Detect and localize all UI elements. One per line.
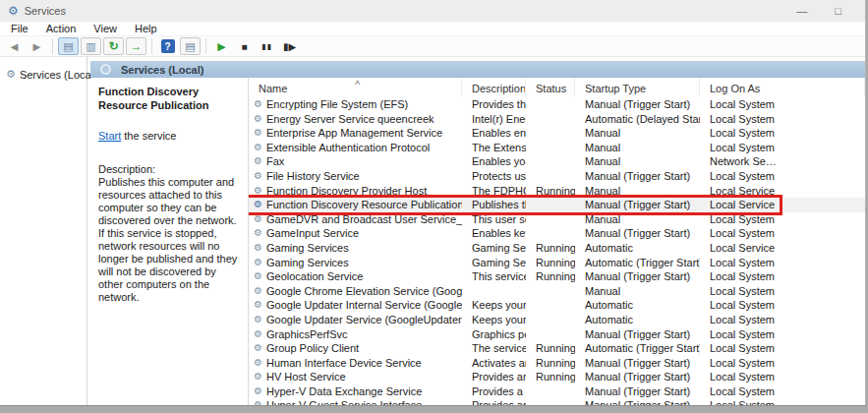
column-header-description[interactable]: Description xyxy=(462,78,526,97)
service-status xyxy=(526,212,575,227)
refresh-icon[interactable]: ↻ xyxy=(103,37,124,55)
table-row[interactable]: ⚙ HV Host Service Provides an i… Running… xyxy=(249,370,865,384)
menu-item[interactable]: Action xyxy=(37,23,86,34)
table-row[interactable]: ⚙ Hyper-V Data Exchange Service Provides… xyxy=(249,384,865,399)
service-description: Activates an… xyxy=(462,356,526,371)
service-name: Gaming Services xyxy=(266,256,349,270)
start-service-icon[interactable]: ▶ xyxy=(211,37,232,55)
show-action-pane-icon[interactable]: ▤ xyxy=(180,37,201,55)
table-row[interactable]: ⚙ Geolocation Service This service … Run… xyxy=(249,269,865,284)
column-header-status[interactable]: Status xyxy=(526,78,575,97)
service-status: Running xyxy=(526,269,575,284)
panel-header: Services (Local) xyxy=(90,61,865,78)
service-startup-type: Manual (Trigger Start) xyxy=(575,370,700,384)
service-status xyxy=(526,384,575,399)
export-list-icon[interactable]: → xyxy=(126,37,146,55)
forward-icon[interactable]: ► xyxy=(27,37,47,55)
tree-item-services-local[interactable]: ⚙ Services (Local) xyxy=(6,68,87,81)
service-log-on-as: Local System xyxy=(700,398,865,405)
table-row[interactable]: ⚙ File History Service Protects user… Ma… xyxy=(249,169,865,184)
service-log-on-as: Local System xyxy=(700,298,865,313)
service-gear-icon: ⚙ xyxy=(254,169,262,184)
table-row[interactable]: ⚙ Fax Enables you … Manual Network Se… xyxy=(249,154,865,169)
service-log-on-as: Local System xyxy=(700,313,865,327)
service-startup-type: Manual (Trigger Start) xyxy=(575,97,700,112)
service-startup-type: Automatic xyxy=(575,313,700,327)
service-log-on-as: Local System xyxy=(700,169,865,184)
title-bar: ⚙ Services — □ xyxy=(0,0,865,22)
service-status xyxy=(526,198,575,212)
table-row[interactable]: ⚙ Enterprise App Management Service Enab… xyxy=(249,126,865,141)
service-gear-icon: ⚙ xyxy=(254,141,262,155)
table-row[interactable]: ⚙ GraphicsPerfSvc Graphics per… Manual (… xyxy=(249,327,865,342)
selected-service-title: Function Discovery Resource Publication xyxy=(98,86,239,113)
service-log-on-as: Local System xyxy=(700,226,865,241)
service-description: Graphics per… xyxy=(462,327,526,342)
service-description: The FDPHOS… xyxy=(462,184,526,199)
service-description: This user ser… xyxy=(462,212,526,227)
minimize-button[interactable]: — xyxy=(796,5,807,17)
help-icon[interactable]: ? xyxy=(157,37,178,55)
service-name: Function Discovery Resource Publication xyxy=(266,198,462,212)
menu-item[interactable]: Help xyxy=(126,23,166,34)
maximize-button[interactable]: □ xyxy=(835,5,841,17)
table-row[interactable]: ⚙ Gaming Services Gaming Serv… Running A… xyxy=(249,256,865,270)
properties-icon[interactable]: ▥ xyxy=(81,37,101,55)
list-header-row: ^ NameDescriptionStatusStartup TypeLog O… xyxy=(249,78,865,97)
table-row[interactable]: ⚙ Human Interface Device Service Activat… xyxy=(249,356,865,371)
restart-service-icon[interactable]: ▮▶ xyxy=(279,37,300,55)
service-status: Running xyxy=(526,256,575,270)
table-row[interactable]: ⚙ Hyper-V Guest Service Interface Provid… xyxy=(249,398,865,405)
table-row[interactable]: ⚙ Google Updater Service (GoogleUpdaterS… xyxy=(249,313,865,327)
service-log-on-as: Local Service xyxy=(700,241,865,256)
table-row[interactable]: ⚙ Function Discovery Resource Publicatio… xyxy=(249,198,865,212)
service-startup-type: Manual xyxy=(575,126,700,141)
extended-description-panel: Function Discovery Resource Publication … xyxy=(90,78,248,405)
service-status: Running xyxy=(526,370,575,384)
service-status: Running xyxy=(526,241,575,256)
stop-service-icon[interactable]: ■ xyxy=(234,37,255,55)
service-name: Fax xyxy=(266,154,284,169)
table-row[interactable]: ⚙ Google Chrome Elevation Service (Googl… xyxy=(249,284,865,299)
column-header-startup-type[interactable]: Startup Type xyxy=(575,78,700,97)
service-startup-type: Manual xyxy=(575,141,700,155)
table-row[interactable]: ⚙ Energy Server Service queencreek Intel… xyxy=(249,112,865,127)
menu-item[interactable]: View xyxy=(85,23,126,34)
service-name: GraphicsPerfSvc xyxy=(266,327,348,342)
table-row[interactable]: ⚙ GameInput Service Enables key… Manual … xyxy=(249,226,865,241)
service-startup-type: Manual (Trigger Start) xyxy=(575,198,700,212)
menu-item[interactable]: File xyxy=(2,23,37,34)
service-description: Keeps your … xyxy=(462,313,526,327)
table-row[interactable]: ⚙ GameDVR and Broadcast User Service_731… xyxy=(249,212,865,227)
service-gear-icon: ⚙ xyxy=(254,313,262,327)
service-description xyxy=(462,284,526,299)
service-log-on-as: Local System xyxy=(700,256,865,270)
service-status xyxy=(526,284,575,299)
service-description: Provides the… xyxy=(462,97,526,112)
table-row[interactable]: ⚙ Function Discovery Provider Host The F… xyxy=(249,184,865,199)
table-row[interactable]: ⚙ Group Policy Client The service i… Run… xyxy=(249,341,865,356)
service-description: Enables ente… xyxy=(462,126,526,141)
show-console-tree-icon[interactable]: ▤ xyxy=(58,37,79,55)
start-service-link[interactable]: Start xyxy=(98,130,121,142)
service-status xyxy=(526,112,575,127)
sort-ascending-icon: ^ xyxy=(355,79,360,88)
column-header-log-on-as[interactable]: Log On As xyxy=(700,78,865,97)
service-status xyxy=(526,169,575,184)
service-description: Intel(r) Energ… xyxy=(462,112,526,127)
service-description: The service i… xyxy=(462,341,526,356)
table-row[interactable]: ⚙ Google Updater Internal Service (Googl… xyxy=(249,298,865,313)
service-description: Gaming Serv… xyxy=(462,241,526,256)
service-name: Gaming Services xyxy=(266,241,349,256)
service-log-on-as: Local System xyxy=(700,126,865,141)
service-log-on-as: Local System xyxy=(700,341,865,356)
pause-service-icon[interactable]: ▮▮ xyxy=(257,37,277,55)
back-icon[interactable]: ◄ xyxy=(4,37,25,55)
table-row[interactable]: ⚙ Encrypting File System (EFS) Provides … xyxy=(249,97,865,112)
service-description: Enables you … xyxy=(462,154,526,169)
service-startup-type: Manual (Trigger Start) xyxy=(575,226,700,241)
panel-header-title: Services (Local) xyxy=(121,64,203,76)
table-row[interactable]: ⚙ Extensible Authentication Protocol The… xyxy=(249,141,865,155)
table-row[interactable]: ⚙ Gaming Services Gaming Serv… Running A… xyxy=(249,241,865,256)
service-gear-icon: ⚙ xyxy=(254,97,262,112)
